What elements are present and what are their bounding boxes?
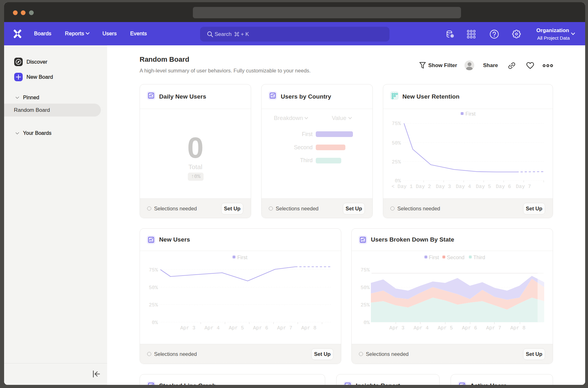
svg-text:< Day 1: < Day 1 bbox=[391, 184, 412, 190]
svg-text:First: First bbox=[237, 254, 247, 260]
svg-text:25%: 25% bbox=[149, 302, 158, 308]
svg-text:50%: 50% bbox=[360, 285, 370, 291]
svg-text:Apr 3: Apr 3 bbox=[389, 325, 405, 331]
svg-text:Apr 4: Apr 4 bbox=[413, 325, 429, 331]
svg-text:Day 7: Day 7 bbox=[516, 184, 531, 190]
svg-text:0%: 0% bbox=[364, 320, 370, 326]
svg-text:50%: 50% bbox=[149, 285, 158, 291]
svg-text:Third: Third bbox=[473, 254, 485, 260]
svg-text:Day 4: Day 4 bbox=[456, 184, 471, 190]
svg-text:75%: 75% bbox=[149, 267, 158, 273]
svg-text:Apr 8: Apr 8 bbox=[301, 325, 316, 331]
svg-text:Day 6: Day 6 bbox=[496, 184, 511, 190]
svg-text:Apr 5: Apr 5 bbox=[438, 325, 453, 331]
svg-text:First: First bbox=[429, 254, 439, 260]
svg-text:Apr 8: Apr 8 bbox=[510, 325, 525, 331]
svg-text:25%: 25% bbox=[392, 159, 401, 165]
svg-text:First: First bbox=[465, 111, 476, 117]
svg-text:25%: 25% bbox=[360, 302, 370, 308]
svg-text:Apr 5: Apr 5 bbox=[229, 325, 244, 331]
svg-text:Second: Second bbox=[447, 254, 464, 260]
svg-text:Apr 4: Apr 4 bbox=[205, 325, 220, 331]
svg-text:Apr 6: Apr 6 bbox=[462, 325, 477, 331]
svg-text:0%: 0% bbox=[152, 320, 158, 326]
svg-text:75%: 75% bbox=[360, 267, 370, 273]
svg-text:Day 3: Day 3 bbox=[436, 184, 451, 190]
svg-text:Day 2: Day 2 bbox=[416, 184, 431, 190]
svg-text:50%: 50% bbox=[392, 140, 401, 146]
svg-text:Day 5: Day 5 bbox=[476, 184, 491, 190]
svg-text:Apr 3: Apr 3 bbox=[180, 325, 195, 331]
svg-text:Apr 7: Apr 7 bbox=[486, 325, 501, 331]
svg-text:Apr 7: Apr 7 bbox=[277, 325, 292, 331]
svg-text:Apr 6: Apr 6 bbox=[253, 325, 268, 331]
svg-text:0%: 0% bbox=[395, 178, 401, 184]
svg-text:75%: 75% bbox=[392, 121, 401, 127]
